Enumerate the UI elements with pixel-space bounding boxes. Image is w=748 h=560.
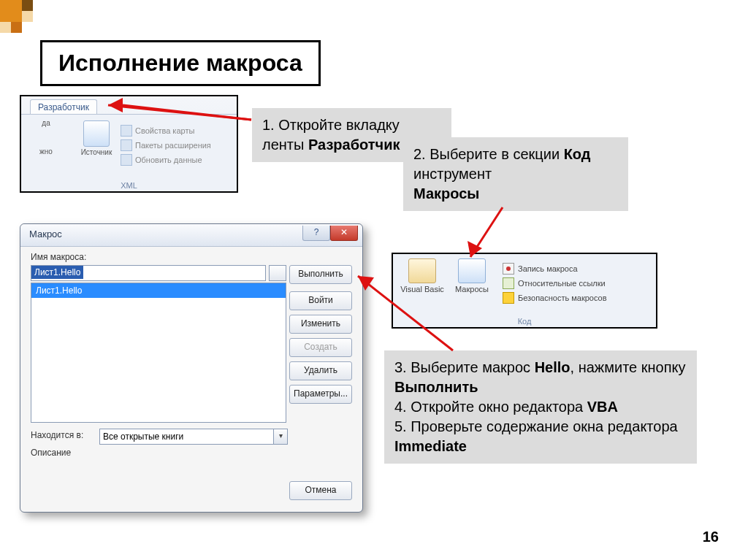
- record-macro[interactable]: Запись макроса: [503, 263, 607, 275]
- page-number: 16: [703, 529, 719, 545]
- located-in-combo[interactable]: Все открытые книги ▾: [99, 429, 288, 445]
- close-button[interactable]: ✕: [330, 226, 358, 241]
- ribbon-tab-developer[interactable]: Разработчик: [30, 99, 97, 115]
- list-item[interactable]: Лист1.Hello: [31, 283, 286, 298]
- macro-name-label: Имя макроса:: [31, 252, 86, 262]
- macro-name-input[interactable]: Лист1.Hello: [31, 265, 266, 281]
- description-label: Описание: [31, 448, 71, 458]
- slide-title: Исполнение макроса: [40, 40, 321, 86]
- callout-step-2: 2. Выберите в секции Код инструмент Макр…: [403, 137, 628, 211]
- refresh-icon: [121, 154, 132, 166]
- callout-steps-3-5: 3. Выберите макрос Hello, нажмите кнопку…: [384, 350, 697, 464]
- dialog-title: Макрос: [29, 229, 62, 239]
- expansion-packs[interactable]: Пакеты расширения: [121, 139, 211, 151]
- visual-basic-button[interactable]: Visual Basic: [400, 258, 444, 294]
- ribbon-group-xml: XML: [21, 181, 237, 190]
- macro-list[interactable]: Лист1.Hello: [31, 283, 286, 423]
- record-icon: [503, 263, 514, 275]
- map-properties-icon: [121, 125, 132, 137]
- ribbon-group-code: Код: [393, 317, 656, 326]
- located-in-label: Находится в:: [31, 430, 83, 440]
- ribbon-cutoff-2: жно: [24, 147, 68, 156]
- ref-edit-button[interactable]: [269, 265, 286, 281]
- ribbon-fragment: Разработчик да жно Источник Свойства кар…: [20, 95, 238, 193]
- expansion-packs-icon: [121, 139, 132, 151]
- relative-refs[interactable]: Относительные ссылки: [503, 277, 607, 289]
- map-properties[interactable]: Свойства карты: [121, 125, 211, 137]
- macro-dialog: Макрос ? ✕ Имя макроса: Лист1.Hello Лист…: [20, 223, 363, 513]
- cancel-button[interactable]: Отмена: [289, 481, 352, 500]
- visual-basic-icon: [408, 258, 436, 283]
- macros-button[interactable]: Макросы: [450, 258, 494, 294]
- svg-line-3: [470, 207, 503, 257]
- options-button[interactable]: Параметры...: [289, 385, 352, 404]
- source-label: Источник: [78, 148, 115, 156]
- refresh-data[interactable]: Обновить данные: [121, 154, 211, 166]
- macro-security[interactable]: Безопасность макросов: [503, 292, 607, 304]
- help-button[interactable]: ?: [302, 226, 330, 241]
- create-button[interactable]: Создать: [289, 338, 352, 357]
- run-button[interactable]: Выполнить: [289, 265, 352, 284]
- ribbon-cutoff-1: да: [24, 119, 68, 127]
- delete-button[interactable]: Удалить: [289, 361, 352, 380]
- warning-icon: [503, 292, 514, 304]
- step-into-button[interactable]: Войти: [289, 291, 352, 310]
- ribbon-code-group: Visual Basic Макросы Запись макроса Отно…: [392, 253, 657, 329]
- source-icon[interactable]: [83, 120, 110, 147]
- chevron-down-icon[interactable]: ▾: [273, 429, 287, 444]
- edit-button[interactable]: Изменить: [289, 315, 352, 334]
- relative-refs-icon: [503, 277, 514, 289]
- macros-icon: [458, 258, 486, 283]
